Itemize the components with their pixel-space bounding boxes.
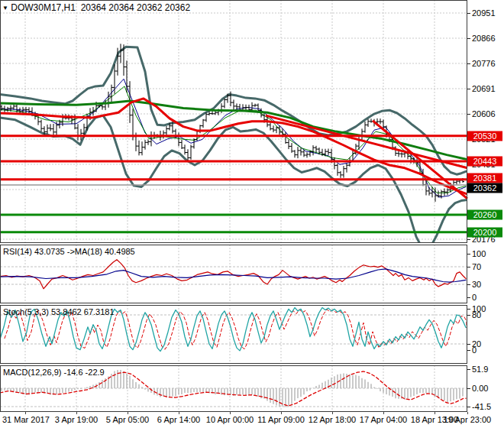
- x-axis-tick-mark: [128, 412, 128, 414]
- y-axis-tick-mark: [467, 63, 470, 64]
- x-axis-tick-mark: [179, 412, 179, 414]
- price-axis-tick-label: 20691: [472, 84, 496, 93]
- x-axis-time-label: 12 Apr 18:00: [309, 415, 356, 424]
- y-axis-tick-mark: [467, 38, 470, 39]
- chart-ohlc-values: 20364 20364 20362 20362: [81, 2, 190, 13]
- macd-indicator-label: MACD(12,26,9) -14.6 -22.9: [3, 368, 105, 377]
- x-axis-time-label: 5 Apr 05:00: [106, 415, 149, 424]
- y-axis-tick-mark: [467, 13, 470, 14]
- y-axis-tick-mark: [467, 388, 470, 389]
- y-axis-tick-mark: [467, 239, 470, 240]
- macd-axis-tick-label: -41.5: [472, 402, 491, 411]
- x-axis-time-label: 10 Apr 00:00: [206, 415, 254, 424]
- trading-chart-window: ▼ DOW30M17,H1 20364 20364 20362 20362 RS…: [0, 0, 504, 428]
- ohlc-bars: [0, 44, 464, 202]
- macd-axis-tick-label: 51.9: [472, 365, 488, 374]
- rsi-ma-line: [0, 269, 466, 282]
- x-axis-tick-mark: [383, 412, 384, 414]
- x-axis-time-label: 17 Apr 04:00: [360, 415, 407, 424]
- stoch-axis-tick-label: 80: [472, 310, 481, 319]
- y-axis-tick-mark: [467, 309, 470, 310]
- x-axis-tick-mark: [332, 412, 333, 414]
- x-axis-tick-mark: [76, 412, 77, 414]
- y-axis-tick-mark: [467, 407, 470, 407]
- rsi-indicator-label: RSI(14) 43.0735 ->MA(18) 40.4985: [3, 247, 135, 256]
- y-axis-tick-mark: [467, 350, 470, 351]
- rsi-axis-tick-label: 0: [472, 293, 477, 302]
- price-axis-tick-label: 20606: [472, 109, 496, 118]
- y-axis-tick-mark: [467, 297, 470, 298]
- price-axis-tick-label: 20951: [472, 8, 496, 18]
- y-axis-tick-mark: [467, 284, 470, 285]
- x-axis-time-label: 6 Apr 14:00: [157, 415, 200, 424]
- price-axis-tick-label: 20776: [472, 59, 496, 68]
- y-axis-tick-mark: [467, 254, 470, 255]
- price-level-badge: 20443: [467, 157, 502, 167]
- current-price-badge: 20362: [467, 183, 502, 193]
- x-axis-time-label: 3 Apr 19:00: [55, 415, 98, 424]
- main-chart-plot[interactable]: [0, 0, 468, 243]
- y-axis-tick-mark: [467, 344, 470, 345]
- y-axis-tick-mark: [467, 267, 470, 268]
- price-level-badge: 20381: [467, 173, 502, 183]
- stoch-indicator-label: Stoch(5,3,3) 53.8462 67.3181: [3, 307, 115, 316]
- y-axis-tick-mark: [467, 89, 470, 89]
- x-axis-tick-mark: [25, 412, 26, 414]
- price-level-badge: 20260: [467, 209, 502, 219]
- trendline-2: [373, 121, 467, 199]
- trendline-1: [266, 115, 467, 168]
- rsi-axis-tick-label: 70: [472, 262, 481, 271]
- rsi-axis-tick-label: 100: [472, 249, 486, 258]
- stoch-axis-tick-label: 0: [472, 345, 477, 355]
- x-axis-tick-mark: [230, 412, 231, 414]
- chart-symbol-period: DOW30M17,H1: [11, 2, 76, 13]
- price-level-badge: 20200: [467, 227, 502, 237]
- x-axis-time-label: 19 Apr 23:00: [444, 415, 491, 424]
- macd-axis-tick-label: 0.00: [472, 384, 488, 393]
- y-axis-tick-mark: [467, 315, 470, 316]
- x-axis-tick-mark: [435, 412, 435, 414]
- price-axis-tick-label: 20866: [472, 34, 496, 43]
- rsi-axis-tick-label: 30: [472, 280, 481, 289]
- x-axis-time-label: 11 Apr 09:00: [257, 415, 305, 424]
- y-axis-tick-mark: [467, 369, 470, 370]
- symbol-marker-icon: ▼: [2, 5, 8, 11]
- chart-title: ▼ DOW30M17,H1 20364 20364 20362 20362: [2, 2, 190, 13]
- y-axis-tick-mark: [467, 114, 470, 115]
- x-axis-time-label: 31 Mar 2017: [2, 415, 50, 424]
- price-level-badge: 20530: [467, 131, 502, 141]
- x-axis-tick-mark: [467, 412, 468, 414]
- x-axis-tick-mark: [281, 412, 282, 414]
